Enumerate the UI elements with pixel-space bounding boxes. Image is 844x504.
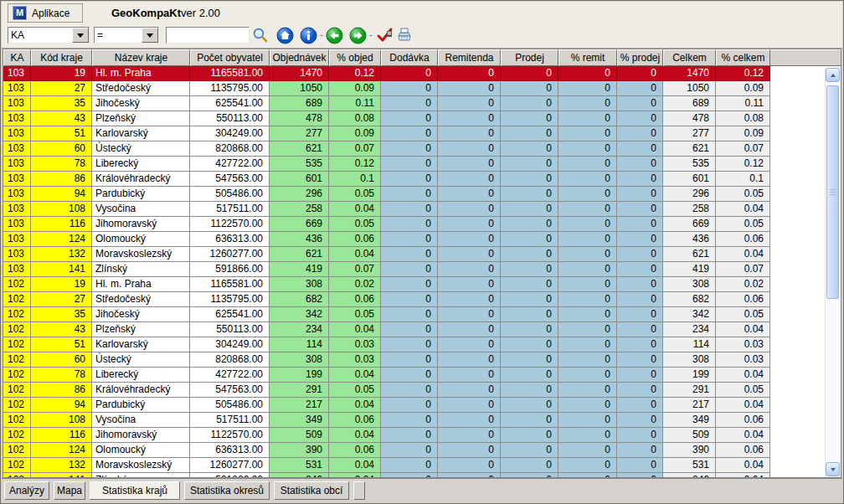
- table-row[interactable]: 10394Pardubický505486.002960.05000002960…: [3, 187, 841, 202]
- operator-selector-dropdown-button[interactable]: [142, 28, 158, 43]
- column-header[interactable]: % celkem: [716, 49, 770, 66]
- column-header[interactable]: KA: [3, 49, 31, 66]
- tab-statistika-kraju[interactable]: Statistika krajů: [90, 481, 180, 500]
- table-row[interactable]: 103141Zlínský591866.004190.07000004190.0…: [3, 262, 841, 277]
- table-row[interactable]: 103116Jihomoravský1122570.006690.0500000…: [3, 217, 841, 232]
- scroll-down-button[interactable]: [826, 462, 840, 476]
- table-row[interactable]: 10243Plzeňský550113.002340.04000002340.0…: [3, 322, 841, 337]
- table-cell: 0: [381, 292, 438, 307]
- table-row[interactable]: 10351Karlovarský304249.002770.0900000277…: [3, 126, 841, 141]
- table-cell: 0: [617, 247, 663, 262]
- column-header[interactable]: Počet obyvatel: [190, 49, 270, 66]
- table-cell: 0: [501, 157, 558, 172]
- table-cell: 0: [558, 262, 617, 277]
- table-cell: 0.12: [716, 157, 770, 172]
- table-cell: Hl. m. Praha: [92, 66, 190, 81]
- field-selector-combobox[interactable]: KA: [8, 27, 90, 44]
- table-row[interactable]: 103132Moravskoslezský1260277.006210.0400…: [3, 247, 841, 262]
- table-cell: 0.04: [716, 322, 770, 337]
- tab-mapa[interactable]: Mapa: [54, 481, 85, 500]
- table-row[interactable]: 10386Královéhradecký547563.006010.100000…: [3, 172, 841, 187]
- table-cell: 689: [663, 96, 716, 111]
- table-cell: Středočeský: [92, 81, 190, 96]
- table-row[interactable]: 102116Jihomoravský1122570.005090.0400000…: [3, 428, 841, 443]
- column-header[interactable]: % prodej: [617, 49, 663, 66]
- column-header[interactable]: Prodej: [501, 49, 558, 66]
- table-row[interactable]: 10378Liberecký427722.005350.12000005350.…: [3, 157, 841, 172]
- table-cell: 636313.00: [190, 232, 270, 247]
- table-row[interactable]: 10278Liberecký427722.001990.04000001990.…: [3, 368, 841, 383]
- table-row[interactable]: 10286Královéhradecký547563.002910.050000…: [3, 383, 841, 398]
- table-cell: 102: [3, 352, 31, 368]
- column-header[interactable]: Celkem: [663, 49, 716, 66]
- column-header[interactable]: Remitenda: [438, 49, 501, 66]
- filter-value-input[interactable]: [166, 27, 250, 44]
- table-cell: 0: [438, 232, 501, 247]
- table-row[interactable]: 10319Hl. m. Praha1165581.0014700.1200000…: [3, 66, 841, 81]
- table-row[interactable]: 10219Hl. m. Praha1165581.003080.02000003…: [3, 277, 841, 292]
- table-cell: 669: [663, 217, 716, 232]
- column-header[interactable]: Název kraje: [92, 49, 190, 66]
- table-cell: 0: [438, 172, 501, 187]
- table-row[interactable]: 103124Olomoucký636313.004360.06000004360…: [3, 232, 841, 247]
- search-icon[interactable]: [251, 26, 270, 44]
- table-cell: 0: [501, 307, 558, 322]
- print-icon[interactable]: [395, 26, 414, 44]
- home-icon[interactable]: [275, 26, 294, 44]
- column-header[interactable]: Kód kraje: [31, 49, 92, 66]
- table-cell: 0: [438, 247, 501, 262]
- field-selector-dropdown-button[interactable]: [72, 28, 89, 43]
- table-row[interactable]: 10235Jihočeský625541.003420.05000003420.…: [3, 307, 841, 322]
- tab-statistika-obci[interactable]: Statistika obcí: [274, 481, 349, 500]
- vertical-scrollbar[interactable]: [825, 68, 840, 476]
- info-icon[interactable]: [299, 26, 317, 44]
- table-row[interactable]: 102132Moravskoslezský1260277.005310.0400…: [3, 458, 841, 473]
- table-cell: Pardubický: [92, 398, 190, 413]
- tab-statistika-okresu[interactable]: Statistika okresů: [184, 481, 270, 500]
- table-cell: 0: [617, 172, 663, 187]
- scrollbar-thumb[interactable]: [826, 85, 839, 299]
- table-cell: 0: [617, 111, 663, 126]
- back-icon[interactable]: [325, 26, 343, 44]
- table-row[interactable]: 10360Ústecký820868.006210.07000006210.07: [3, 141, 841, 157]
- forward-icon[interactable]: [348, 26, 367, 44]
- table-cell: 820868.00: [190, 352, 270, 368]
- tab-blank[interactable]: [353, 481, 365, 500]
- table-cell: 246: [663, 473, 716, 477]
- table-row[interactable]: 103108Vysočina517511.002580.04000002580.…: [3, 202, 841, 217]
- table-cell: 0.06: [716, 413, 770, 428]
- table-cell: 0: [381, 352, 438, 368]
- table-cell: Pardubický: [92, 187, 190, 202]
- table-cell: 0: [438, 473, 501, 477]
- app-m-icon: M: [13, 6, 27, 20]
- toolbar-separator: -: [368, 26, 374, 44]
- column-header[interactable]: Objednávek: [270, 49, 329, 66]
- app-title-version: ver 2.00: [181, 7, 220, 19]
- table-cell: 0: [438, 352, 501, 368]
- column-header[interactable]: % objed: [329, 49, 381, 66]
- operator-selector-combobox[interactable]: =: [94, 27, 159, 44]
- table-cell: 535: [663, 157, 716, 172]
- table-row[interactable]: 102124Olomoucký636313.003900.06000003900…: [3, 443, 841, 458]
- column-header[interactable]: Dodávka: [381, 49, 438, 66]
- table-row[interactable]: 10260Ústecký820868.003080.03000003080.03: [3, 352, 841, 368]
- table-cell: 0: [381, 187, 438, 202]
- table-row[interactable]: 10327Středočeský1135795.0010500.09000001…: [3, 81, 841, 96]
- scroll-up-button[interactable]: [826, 68, 840, 82]
- table-row[interactable]: 10251Karlovarský304249.001140.0300000114…: [3, 337, 841, 352]
- aplikace-menu-button[interactable]: M Aplikace: [8, 3, 83, 23]
- table-row[interactable]: 102108Vysočina517511.003490.06000003490.…: [3, 413, 841, 428]
- tab-analyzy[interactable]: Analýzy: [4, 481, 49, 500]
- table-row[interactable]: 10343Plzeňský550113.004780.08000004780.0…: [3, 111, 841, 126]
- table-cell: 234: [663, 322, 716, 337]
- table-row[interactable]: 102141Zlínský591866.002460.04000002460.0…: [3, 473, 841, 477]
- apply-check-icon[interactable]: [376, 26, 394, 44]
- table-cell: 0.04: [329, 428, 381, 443]
- column-header[interactable]: % remit: [558, 49, 617, 66]
- table-row[interactable]: 10335Jihočeský625541.006890.11000006890.…: [3, 96, 841, 111]
- table-cell: 102: [3, 337, 31, 352]
- table-cell: 0: [381, 217, 438, 232]
- table-row[interactable]: 10227Středočeský1135795.006820.060000068…: [3, 292, 841, 307]
- table-cell: 132: [31, 247, 92, 262]
- table-row[interactable]: 10294Pardubický505486.002170.04000002170…: [3, 398, 841, 413]
